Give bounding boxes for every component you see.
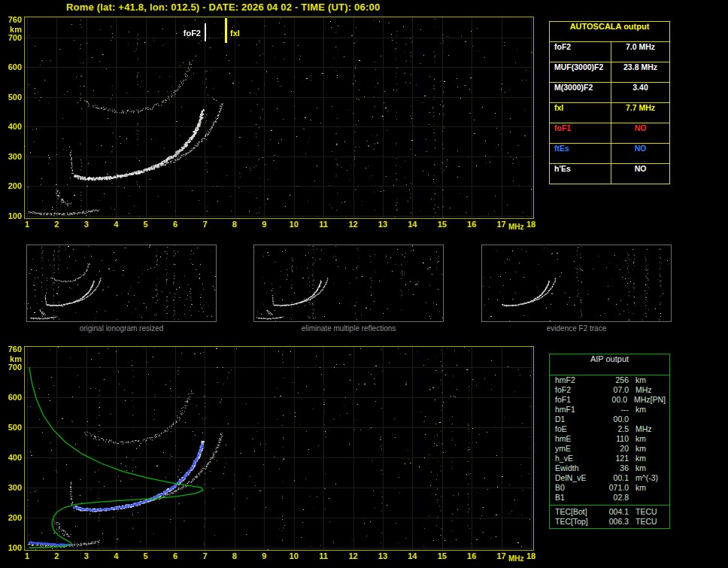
aip-row-value: 071.0 [602,483,629,493]
aip-row-unit: m^(-3) [629,473,658,483]
aip-row: DelN_vE00.1m^(-3) [550,473,669,483]
aip-separator [550,505,669,506]
aip-row-label: Ewidth [550,463,602,473]
thumbnail-f2-trace-evidence [481,245,672,322]
aip-row-value: 00.0 [601,395,627,405]
aip-row-value: 004.1 [602,507,629,517]
bottom-ionogram-canvas [25,347,533,550]
aip-panel-title: AIP output [550,354,669,375]
x-axis-tick-label: 11 [316,220,331,229]
aip-row-label: TEC[Top] [550,517,602,527]
aip-row-unit: km [629,463,646,473]
autoscala-panel-title: AUTOSCALA output [550,22,669,42]
x-axis-tick-label: 1 [20,551,35,560]
thumbnail-caption: original ionogram resized [26,324,217,333]
y-axis-tick-label: 100 [2,543,22,552]
x-axis-tick-label: 2 [49,551,64,560]
autoscala-row: foF1NO [550,123,669,144]
aip-row-label: ymE [550,444,602,454]
y-axis-tick-label: 600 [2,393,22,402]
autoscala-row: h'EsNO [550,164,669,184]
aip-row-label: foF2 [550,385,602,395]
aip-row-label: hmF2 [550,375,602,385]
thumbnail-caption: evidence F2 trace [481,324,672,333]
x-axis-tick-label: 8 [227,551,242,560]
y-axis-tick-label: 300 [2,152,22,161]
y-axis-tick-label: 500 [2,93,22,102]
aip-row: TEC[Bot]004.1TECU [550,507,669,517]
y-axis-tick-label: 100 [2,211,22,220]
x-axis-tick-label: 15 [435,220,450,229]
y-axis-max-label: 760 [2,15,22,24]
x-axis-unit-label: MHz [506,223,526,231]
autoscala-rows: foF27.0 MHzMUF(3000)F223.8 MHzM(3000)F23… [550,42,669,184]
y-axis-tick-label: 700 [2,33,22,42]
thumbnail-original-ionogram [26,245,217,322]
x-axis-tick-label: 16 [464,220,479,229]
aip-tec-rows: TEC[Bot]004.1TECUTEC[Top]006.3TECU [550,507,669,527]
aip-row-unit: km [629,454,646,463]
autoscala-row: foF27.0 MHz [550,42,669,62]
x-axis-tick-label: 3 [79,551,94,560]
aip-row-value: 110 [602,434,629,444]
autoscala-row-value: 23.8 MHz [611,62,669,82]
y-axis-tick-label: 200 [2,181,22,190]
autoscala-output-panel: AUTOSCALA output foF27.0 MHzMUF(3000)F22… [549,21,670,184]
x-axis-tick-label: 3 [79,220,94,229]
aip-row-value: 36 [602,463,629,473]
x-axis-tick-label: 7 [197,220,212,229]
autoscala-row-label: M(3000)F2 [550,83,611,102]
autoscala-row-label: foF1 [550,123,611,143]
autoscala-row-value: NO [611,164,669,184]
aip-row: B0071.0km [550,483,669,493]
aip-row-value: 07.0 [602,385,629,395]
x-axis-tick-label: 9 [256,551,271,560]
x-axis-tick-label: 1 [20,220,35,229]
aip-row-unit: km [629,434,646,444]
aip-row-value: 00.0 [602,415,629,424]
aip-row-unit: km [629,405,646,415]
x-axis-tick-label: 14 [405,220,420,229]
y-axis-tick-label: 300 [2,483,22,492]
aip-row-value: 20 [602,444,629,454]
aip-row-value: --- [602,405,629,415]
aip-rows: hmF2256kmfoF207.0MHzfoF100.0MHz[PN]hmF1-… [550,375,669,503]
aip-row: foF100.0MHz[PN] [550,395,669,405]
autoscala-row: MUF(3000)F223.8 MHz [550,62,669,83]
x-axis-tick-label: 8 [227,220,242,229]
aip-row-label: B0 [550,483,602,493]
thumbnail-f2-canvas [482,245,671,321]
autoscala-row-label: foF2 [550,42,611,62]
y-axis-tick-label: 700 [2,363,22,372]
x-axis-tick-label: 5 [138,551,153,560]
station-date-title: Rome (lat: +41.8, lon: 012.5) - DATE: 20… [66,2,380,13]
x-axis-tick-label: 6 [168,220,183,229]
autoscala-row-label: fxI [550,103,611,123]
x-axis-tick-label: 9 [256,220,271,229]
aip-row-label: TEC[Bot] [550,507,602,517]
thumbnail-original-canvas [27,245,216,321]
autoscala-row-value: 7.7 MHz [611,103,669,123]
autoscala-window: Rome (lat: +41.8, lon: 012.5) - DATE: 20… [0,0,728,568]
aip-row-value: 256 [602,375,629,385]
x-axis-tick-label: 13 [375,220,390,229]
aip-row-unit [629,415,635,424]
aip-row-label: foF1 [550,395,601,405]
thumbnail-caption: eliminate multiple reflections [253,324,444,333]
y-axis-tick-label: 500 [2,423,22,432]
x-axis-unit-label: MHz [506,554,526,563]
autoscala-row-label: h'Es [550,164,611,184]
y-axis-tick-label: 200 [2,513,22,522]
x-axis-tick-label: 4 [108,551,123,560]
y-axis-tick-label: 400 [2,122,22,131]
aip-row: hmF1---km [550,405,669,415]
aip-row-label: hmF1 [550,405,602,415]
aip-row-unit [629,493,635,503]
aip-row-unit: MHz [629,385,652,395]
aip-row: TEC[Top]006.3TECU [550,517,669,527]
x-axis-tick-label: 16 [464,551,479,560]
x-axis-tick-label: 4 [108,220,123,229]
x-axis-tick-label: 12 [346,551,361,560]
aip-row-label: hmE [550,434,602,444]
aip-row: D100.0 [550,415,669,424]
